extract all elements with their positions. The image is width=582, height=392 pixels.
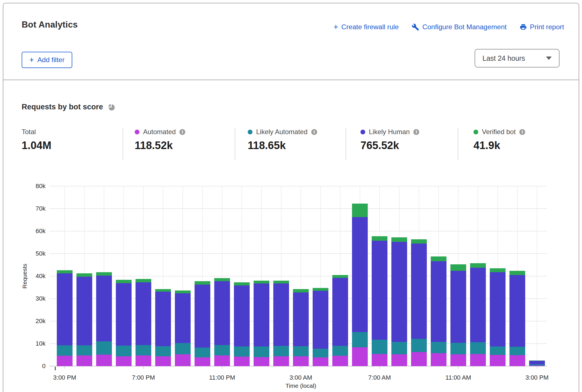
bar-segment-automated[interactable] [411, 352, 427, 366]
bar-segment-verified-bot[interactable] [332, 275, 348, 278]
bar-segment-likely-human[interactable] [470, 268, 486, 343]
bar-segment-likely-automated[interactable] [372, 340, 387, 354]
bar-segment-likely-human[interactable] [273, 283, 289, 346]
bar[interactable] [313, 186, 328, 366]
bar-segment-likely-human[interactable] [214, 281, 230, 345]
bar-segment-automated[interactable] [175, 354, 191, 366]
bar-segment-likely-human[interactable] [391, 242, 407, 342]
bar-segment-verified-bot[interactable] [214, 278, 230, 281]
bar[interactable] [155, 186, 171, 366]
bar-segment-verified-bot[interactable] [175, 290, 191, 293]
bar-segment-verified-bot[interactable] [76, 273, 92, 276]
bar-segment-automated[interactable] [293, 356, 309, 366]
bar-segment-likely-human[interactable] [509, 275, 525, 347]
bar-segment-automated[interactable] [450, 354, 466, 366]
bar-segment-automated[interactable] [195, 357, 210, 366]
bar-segment-likely-human[interactable] [411, 244, 427, 339]
bar[interactable] [234, 186, 250, 366]
bar-segment-verified-bot[interactable] [490, 268, 506, 272]
bar[interactable] [175, 186, 191, 366]
bar-segment-likely-human[interactable] [529, 361, 545, 365]
bar-segment-likely-automated[interactable] [352, 332, 368, 347]
bar-segment-automated[interactable] [234, 357, 250, 366]
bar-segment-likely-automated[interactable] [391, 342, 407, 355]
bar-segment-likely-human[interactable] [155, 292, 171, 346]
bar-segment-likely-human[interactable] [490, 272, 506, 346]
bar-segment-automated[interactable] [509, 355, 525, 366]
bar-segment-likely-human[interactable] [332, 278, 348, 346]
bar-segment-likely-automated[interactable] [234, 346, 250, 356]
bar-segment-verified-bot[interactable] [372, 236, 387, 240]
bar[interactable] [254, 186, 269, 366]
bar-segment-likely-automated[interactable] [76, 345, 92, 355]
bar-segment-automated[interactable] [76, 355, 92, 366]
bar-segment-verified-bot[interactable] [411, 239, 427, 244]
bar-segment-automated[interactable] [332, 356, 348, 366]
bar-segment-automated[interactable] [57, 356, 73, 366]
bar-segment-likely-automated[interactable] [116, 346, 132, 356]
bar-segment-automated[interactable] [254, 357, 269, 366]
bar-segment-likely-automated[interactable] [431, 342, 446, 353]
bar-segment-automated[interactable] [116, 356, 132, 366]
bar[interactable] [57, 186, 73, 366]
bar[interactable] [214, 186, 230, 366]
bar-segment-automated[interactable] [136, 355, 151, 366]
bar-segment-verified-bot[interactable] [470, 263, 486, 267]
bar-segment-verified-bot[interactable] [116, 280, 132, 283]
bar-segment-verified-bot[interactable] [136, 279, 151, 282]
bar-segment-automated[interactable] [273, 356, 289, 366]
bar[interactable] [411, 186, 427, 366]
bar-segment-likely-human[interactable] [234, 285, 250, 347]
bar-segment-likely-automated[interactable] [490, 346, 506, 355]
bar-segment-likely-human[interactable] [57, 273, 73, 346]
bar-segment-likely-human[interactable] [116, 283, 132, 346]
bar-segment-automated[interactable] [470, 354, 486, 366]
bar[interactable] [76, 186, 92, 366]
bar[interactable] [431, 186, 446, 366]
bar-segment-likely-automated[interactable] [529, 364, 545, 366]
bar-segment-likely-human[interactable] [372, 241, 387, 340]
bar-segment-verified-bot[interactable] [273, 281, 289, 283]
bar-segment-verified-bot[interactable] [293, 289, 309, 292]
bar-segment-automated[interactable] [391, 354, 407, 366]
bar-segment-likely-automated[interactable] [175, 343, 191, 354]
bar[interactable] [490, 186, 506, 366]
bar[interactable] [273, 186, 289, 366]
bar-segment-likely-human[interactable] [254, 283, 269, 346]
bar-segment-likely-automated[interactable] [155, 346, 171, 356]
bar-segment-automated[interactable] [313, 357, 328, 366]
bar-segment-likely-human[interactable] [96, 276, 112, 341]
bar-segment-likely-human[interactable] [136, 282, 151, 345]
bar[interactable] [116, 186, 132, 366]
bar[interactable] [96, 186, 112, 366]
bar[interactable] [293, 186, 309, 366]
bar-segment-verified-bot[interactable] [254, 281, 269, 283]
bar-segment-likely-automated[interactable] [411, 339, 427, 352]
bar-segment-likely-automated[interactable] [509, 347, 525, 355]
bar-segment-likely-automated[interactable] [332, 346, 348, 356]
bar-segment-automated[interactable] [490, 355, 506, 366]
bar-segment-likely-human[interactable] [293, 292, 309, 346]
bar-segment-automated[interactable] [96, 355, 112, 366]
bar-segment-automated[interactable] [372, 354, 387, 366]
bar-segment-likely-automated[interactable] [195, 348, 210, 357]
bar[interactable] [136, 186, 151, 366]
bar-segment-likely-automated[interactable] [57, 345, 73, 356]
bar-segment-likely-human[interactable] [76, 277, 92, 345]
bar[interactable] [509, 186, 525, 366]
bar-segment-verified-bot[interactable] [529, 361, 545, 361]
bar-segment-likely-automated[interactable] [450, 343, 466, 354]
bar-segment-likely-automated[interactable] [96, 341, 112, 355]
bar-segment-verified-bot[interactable] [352, 204, 368, 217]
bar-segment-likely-human[interactable] [313, 291, 328, 349]
bar-segment-automated[interactable] [431, 353, 446, 366]
bar-segment-likely-automated[interactable] [254, 346, 269, 357]
bar-segment-likely-automated[interactable] [136, 345, 151, 356]
bar-segment-likely-automated[interactable] [293, 346, 309, 356]
bar-segment-likely-human[interactable] [175, 293, 191, 343]
bar-segment-likely-human[interactable] [195, 285, 210, 348]
bar-segment-likely-automated[interactable] [273, 346, 289, 356]
bar[interactable] [332, 186, 348, 366]
bar-segment-verified-bot[interactable] [431, 256, 446, 262]
bar[interactable] [195, 186, 210, 366]
